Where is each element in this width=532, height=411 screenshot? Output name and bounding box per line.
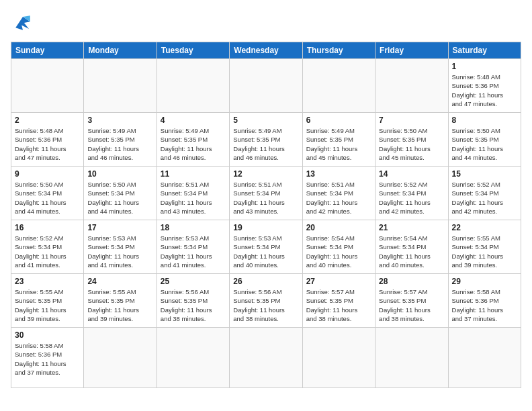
calendar-cell [84, 59, 157, 113]
cell-info: Sunrise: 5:58 AMSunset: 5:36 PMDaylight:… [15, 341, 80, 377]
calendar-cell: 16Sunrise: 5:52 AMSunset: 5:34 PMDayligh… [11, 220, 84, 274]
calendar-cell: 19Sunrise: 5:53 AMSunset: 5:34 PMDayligh… [230, 220, 302, 274]
cell-info: Sunrise: 5:51 AMSunset: 5:34 PMDaylight:… [306, 180, 371, 216]
calendar-cell: 6Sunrise: 5:49 AMSunset: 5:35 PMDaylight… [302, 113, 375, 167]
cell-info: Sunrise: 5:49 AMSunset: 5:35 PMDaylight:… [306, 126, 371, 162]
cell-info: Sunrise: 5:49 AMSunset: 5:35 PMDaylight:… [87, 126, 152, 162]
cell-info: Sunrise: 5:48 AMSunset: 5:36 PMDaylight:… [15, 126, 80, 162]
cell-info: Sunrise: 5:55 AMSunset: 5:35 PMDaylight:… [87, 287, 152, 323]
page-header [11, 11, 521, 35]
calendar-cell: 21Sunrise: 5:54 AMSunset: 5:34 PMDayligh… [375, 220, 448, 274]
calendar-table: SundayMondayTuesdayWednesdayThursdayFrid… [11, 42, 521, 388]
header-cell-thursday: Thursday [302, 42, 375, 59]
cell-info: Sunrise: 5:50 AMSunset: 5:35 PMDaylight:… [452, 126, 517, 162]
calendar-cell: 10Sunrise: 5:50 AMSunset: 5:34 PMDayligh… [84, 167, 157, 220]
calendar-cell: 11Sunrise: 5:51 AMSunset: 5:34 PMDayligh… [157, 167, 229, 220]
calendar-cell: 20Sunrise: 5:54 AMSunset: 5:34 PMDayligh… [302, 220, 375, 274]
cell-info: Sunrise: 5:53 AMSunset: 5:34 PMDaylight:… [87, 234, 152, 269]
header-cell-saturday: Saturday [448, 42, 521, 59]
logo [11, 11, 39, 35]
calendar-week-4: 16Sunrise: 5:52 AMSunset: 5:34 PMDayligh… [11, 220, 521, 274]
cell-info: Sunrise: 5:57 AMSunset: 5:35 PMDaylight:… [379, 287, 444, 323]
cell-info: Sunrise: 5:48 AMSunset: 5:36 PMDaylight:… [452, 73, 517, 108]
day-number: 3 [87, 116, 152, 125]
day-number: 20 [306, 223, 371, 232]
calendar-week-1: 1Sunrise: 5:48 AMSunset: 5:36 PMDaylight… [11, 59, 521, 113]
header-cell-sunday: Sunday [11, 42, 84, 59]
day-number: 2 [15, 116, 80, 125]
calendar-cell [448, 328, 521, 388]
cell-info: Sunrise: 5:52 AMSunset: 5:34 PMDaylight:… [379, 180, 444, 216]
day-number: 30 [15, 330, 80, 340]
day-number: 13 [306, 169, 371, 179]
calendar-cell: 7Sunrise: 5:50 AMSunset: 5:35 PMDaylight… [375, 113, 448, 167]
cell-info: Sunrise: 5:52 AMSunset: 5:34 PMDaylight:… [15, 234, 80, 269]
cell-info: Sunrise: 5:57 AMSunset: 5:35 PMDaylight:… [306, 287, 371, 323]
calendar-cell [375, 59, 448, 113]
calendar-week-6: 30Sunrise: 5:58 AMSunset: 5:36 PMDayligh… [11, 328, 521, 388]
calendar-cell: 18Sunrise: 5:53 AMSunset: 5:34 PMDayligh… [157, 220, 229, 274]
calendar-cell [302, 328, 375, 388]
calendar-cell [375, 328, 448, 388]
cell-info: Sunrise: 5:52 AMSunset: 5:34 PMDaylight:… [452, 180, 517, 216]
calendar-cell: 14Sunrise: 5:52 AMSunset: 5:34 PMDayligh… [375, 167, 448, 220]
day-number: 24 [87, 277, 152, 286]
day-number: 10 [87, 169, 152, 179]
cell-info: Sunrise: 5:54 AMSunset: 5:34 PMDaylight:… [306, 234, 371, 269]
day-number: 14 [379, 169, 444, 179]
calendar-cell: 29Sunrise: 5:58 AMSunset: 5:36 PMDayligh… [448, 274, 521, 328]
calendar-cell [11, 59, 84, 113]
calendar-cell: 25Sunrise: 5:56 AMSunset: 5:35 PMDayligh… [157, 274, 229, 328]
cell-info: Sunrise: 5:50 AMSunset: 5:34 PMDaylight:… [87, 180, 152, 216]
calendar-week-3: 9Sunrise: 5:50 AMSunset: 5:34 PMDaylight… [11, 167, 521, 220]
day-number: 21 [379, 223, 444, 232]
calendar-week-2: 2Sunrise: 5:48 AMSunset: 5:36 PMDaylight… [11, 113, 521, 167]
header-cell-friday: Friday [375, 42, 448, 59]
calendar-cell: 8Sunrise: 5:50 AMSunset: 5:35 PMDaylight… [448, 113, 521, 167]
day-number: 23 [15, 277, 80, 286]
calendar-cell: 1Sunrise: 5:48 AMSunset: 5:36 PMDaylight… [448, 59, 521, 113]
day-number: 16 [15, 223, 80, 232]
day-number: 22 [452, 223, 517, 232]
calendar-cell [157, 59, 229, 113]
day-number: 11 [161, 169, 226, 179]
calendar-cell: 22Sunrise: 5:55 AMSunset: 5:34 PMDayligh… [448, 220, 521, 274]
cell-info: Sunrise: 5:51 AMSunset: 5:34 PMDaylight:… [161, 180, 226, 216]
day-number: 17 [87, 223, 152, 232]
calendar-cell [157, 328, 229, 388]
calendar-cell: 27Sunrise: 5:57 AMSunset: 5:35 PMDayligh… [302, 274, 375, 328]
calendar-cell: 2Sunrise: 5:48 AMSunset: 5:36 PMDaylight… [11, 113, 84, 167]
calendar-cell: 28Sunrise: 5:57 AMSunset: 5:35 PMDayligh… [375, 274, 448, 328]
calendar-cell [230, 59, 302, 113]
calendar-cell: 4Sunrise: 5:49 AMSunset: 5:35 PMDaylight… [157, 113, 229, 167]
cell-info: Sunrise: 5:56 AMSunset: 5:35 PMDaylight:… [233, 287, 298, 323]
cell-info: Sunrise: 5:54 AMSunset: 5:34 PMDaylight:… [379, 234, 444, 269]
calendar-cell [84, 328, 157, 388]
calendar-cell: 5Sunrise: 5:49 AMSunset: 5:35 PMDaylight… [230, 113, 302, 167]
day-number: 5 [233, 116, 298, 125]
calendar-cell: 15Sunrise: 5:52 AMSunset: 5:34 PMDayligh… [448, 167, 521, 220]
day-number: 12 [233, 169, 298, 179]
header-cell-monday: Monday [84, 42, 157, 59]
day-number: 9 [15, 169, 80, 179]
day-number: 18 [161, 223, 226, 232]
calendar-week-5: 23Sunrise: 5:55 AMSunset: 5:35 PMDayligh… [11, 274, 521, 328]
calendar-cell: 23Sunrise: 5:55 AMSunset: 5:35 PMDayligh… [11, 274, 84, 328]
cell-info: Sunrise: 5:49 AMSunset: 5:35 PMDaylight:… [161, 126, 226, 162]
header-row: SundayMondayTuesdayWednesdayThursdayFrid… [11, 42, 521, 59]
calendar-cell [230, 328, 302, 388]
cell-info: Sunrise: 5:51 AMSunset: 5:34 PMDaylight:… [233, 180, 298, 216]
calendar-cell: 3Sunrise: 5:49 AMSunset: 5:35 PMDaylight… [84, 113, 157, 167]
calendar-cell [302, 59, 375, 113]
logo-icon [11, 11, 35, 35]
header-cell-wednesday: Wednesday [230, 42, 302, 59]
day-number: 28 [379, 277, 444, 286]
calendar-cell: 30Sunrise: 5:58 AMSunset: 5:36 PMDayligh… [11, 328, 84, 388]
cell-info: Sunrise: 5:50 AMSunset: 5:35 PMDaylight:… [379, 126, 444, 162]
header-cell-tuesday: Tuesday [157, 42, 229, 59]
calendar-cell: 13Sunrise: 5:51 AMSunset: 5:34 PMDayligh… [302, 167, 375, 220]
day-number: 25 [161, 277, 226, 286]
cell-info: Sunrise: 5:56 AMSunset: 5:35 PMDaylight:… [161, 287, 226, 323]
day-number: 7 [379, 116, 444, 125]
day-number: 15 [452, 169, 517, 179]
